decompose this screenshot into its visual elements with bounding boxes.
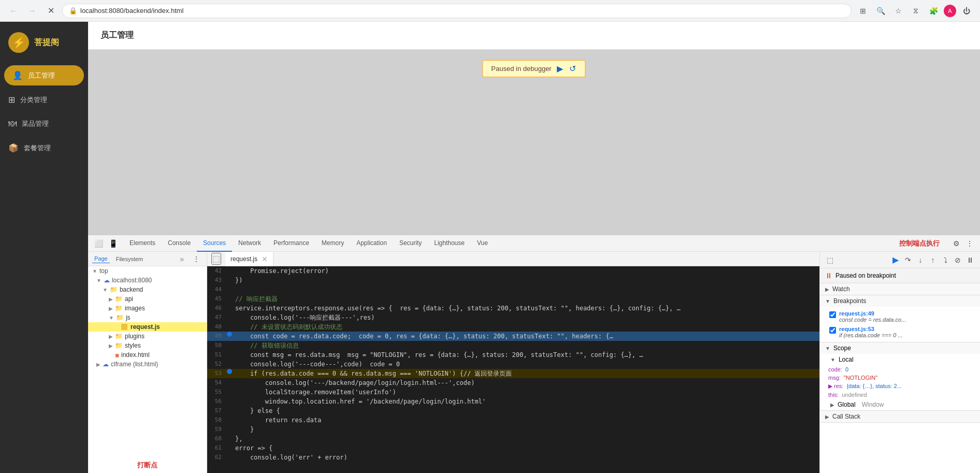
code-line-50[interactable]: 50 // 获取错误信息 [207, 341, 819, 350]
profile-icon[interactable]: ⧖ [909, 4, 923, 18]
search-icon[interactable]: 🔍 [873, 4, 888, 18]
step-out-button[interactable]: ↑ [927, 254, 939, 266]
scope-key-res: ▶ res: [828, 383, 843, 390]
code-line-58[interactable]: 58 return res.data [207, 415, 819, 425]
close-tab-icon[interactable]: ✕ [262, 255, 268, 263]
global-scope-label: Global [838, 401, 856, 408]
tab-sources[interactable]: Sources [197, 235, 232, 252]
file-tab-filesystem[interactable]: Filesystem [114, 255, 146, 263]
power-icon[interactable]: ⏻ [959, 4, 974, 18]
resume-button[interactable]: ▶ [556, 64, 564, 74]
tree-item-js[interactable]: ▼ 📁 js [88, 313, 207, 322]
code-line-59[interactable]: 59 } [207, 425, 819, 434]
tree-item-styles[interactable]: ▶ 📁 styles [88, 341, 207, 350]
tab-security[interactable]: Security [393, 235, 428, 252]
breakpoints-section-header[interactable]: ▼ Breakpoints [820, 295, 980, 307]
step-button2[interactable]: ⤵ [940, 254, 951, 266]
file-panel-menu-icon[interactable]: ⋮ [190, 253, 203, 265]
step-into-button[interactable]: ↓ [915, 254, 926, 266]
tree-item-api[interactable]: ▶ 📁 api [88, 294, 207, 304]
line-code-62: console.log('err' + error) [233, 453, 348, 462]
code-line-56[interactable]: 56 window.top.location.href = '/backend/… [207, 397, 819, 406]
code-line-51[interactable]: 51 const msg = res.data.msg msg = "NOTLO… [207, 350, 819, 360]
breakpoints-arrow-icon: ▼ [825, 298, 830, 304]
global-scope-header[interactable]: ▶ Global Window [820, 399, 980, 410]
tab-memory[interactable]: Memory [315, 235, 350, 252]
tab-network[interactable]: Network [232, 235, 267, 252]
code-line-60[interactable]: 60}, [207, 434, 819, 443]
tree-item-localhost[interactable]: ▼ ☁ localhost:8080 [88, 276, 207, 285]
watch-section-header[interactable]: ▶ Watch [820, 283, 980, 295]
code-line-62[interactable]: 62 console.log('err' + error) [207, 453, 819, 462]
browser-chrome: ← → ✕ 🔒 localhost:8080/backend/index.htm… [0, 0, 980, 22]
tree-item-index-html[interactable]: ▶ ◼ index.html [88, 350, 207, 360]
device-icon[interactable]: 📱 [107, 237, 119, 250]
address-bar: 🔒 localhost:8080/backend/index.html [62, 4, 852, 18]
more-icon[interactable]: ⋮ [963, 237, 976, 250]
bp-checkbox-0[interactable] [829, 311, 836, 318]
code-tab-label: request.js [230, 255, 257, 263]
local-scope-header[interactable]: ▼ Local [820, 354, 980, 365]
step-button[interactable]: ↺ [568, 64, 577, 74]
code-line-61[interactable]: 61error => { [207, 443, 819, 453]
sidebar-toggle-icon[interactable]: ⬚ [211, 253, 221, 265]
tab-console[interactable]: Console [162, 235, 197, 252]
code-line-52[interactable]: 52 console.log('---code---',code) code =… [207, 360, 819, 369]
sidebar-item-packages[interactable]: 📦 套餐管理 [0, 136, 88, 160]
step-over-button[interactable]: ↷ [902, 254, 914, 266]
line-bp-53[interactable] [226, 369, 233, 374]
code-line-43[interactable]: 43}) [207, 276, 819, 285]
tab-performance[interactable]: Performance [267, 235, 315, 252]
bookmark-icon[interactable]: ☆ [891, 4, 905, 18]
tree-item-clframe[interactable]: ▶ ☁ clframe (list.html) [88, 360, 207, 369]
pause-exceptions-icon[interactable]: ⏸ [964, 254, 976, 266]
code-line-47[interactable]: 47 console.log('---响应拦截器---',res) [207, 313, 819, 322]
bp-checkbox-1[interactable] [829, 327, 836, 334]
tree-item-images[interactable]: ▶ 📁 images [88, 304, 207, 313]
scope-section-header[interactable]: ▼ Scope [820, 342, 980, 354]
sidebar-item-dishes[interactable]: 🍽 菜品管理 [0, 112, 88, 136]
tree-item-backend[interactable]: ▼ 📁 backend [88, 285, 207, 294]
back-button[interactable]: ← [6, 4, 21, 18]
tab-lighthouse[interactable]: Lighthouse [428, 235, 471, 252]
tab-elements[interactable]: Elements [123, 235, 162, 252]
code-area[interactable]: 42 Promise.reject(error)43})4445// 响应拦截器… [207, 266, 819, 473]
inspect-icon[interactable]: ⬜ [92, 237, 105, 250]
global-arrow-icon: ▶ [830, 402, 834, 408]
file-tab-page[interactable]: Page [92, 254, 110, 263]
call-stack-header[interactable]: ▶ Call Stack [820, 411, 980, 422]
code-line-44[interactable]: 44 [207, 285, 819, 294]
extensions-icon[interactable]: 🧩 [926, 4, 941, 18]
scope-val-msg: "NOTLOGIN" [844, 375, 877, 381]
code-line-48[interactable]: 48 // 未设置状态码则默认成功状态 [207, 322, 819, 332]
reload-button[interactable]: ✕ [44, 4, 58, 18]
translate-icon[interactable]: ⊞ [856, 4, 870, 18]
line-code-56: window.top.location.href = '/backend/pag… [233, 397, 486, 406]
tree-item-top[interactable]: ▼ top [88, 266, 207, 276]
code-line-46[interactable]: 46service.interceptors.response.use(res … [207, 304, 819, 313]
code-tab-request-js[interactable]: request.js ✕ [225, 252, 273, 266]
tree-item-plugins[interactable]: ▶ 📁 plugins [88, 332, 207, 341]
forward-button[interactable]: → [25, 4, 39, 18]
deactivate-breakpoints-icon[interactable]: ⊘ [952, 254, 963, 266]
resume-execution-button[interactable]: ▶ [890, 254, 901, 266]
code-line-49[interactable]: 49 const code = res.data.code; code = 0,… [207, 332, 819, 341]
sidebar-item-category[interactable]: ⊞ 分类管理 [0, 88, 88, 112]
code-line-45[interactable]: 45// 响应拦截器 [207, 294, 819, 304]
line-bp-49[interactable] [226, 332, 233, 337]
collapse-all-icon[interactable]: ⬚ [824, 254, 835, 266]
code-line-54[interactable]: 54 console.log('---/backend/page/login/l… [207, 378, 819, 388]
line-number-57: 57 [207, 406, 226, 415]
sidebar-item-employee[interactable]: 👤 员工管理 [4, 65, 84, 85]
code-line-57[interactable]: 57 } else { [207, 406, 819, 415]
settings-icon[interactable]: ⚙ [950, 237, 962, 250]
tree-item-request-js[interactable]: ▶ request.js [88, 322, 207, 332]
scope-val-code: 0 [845, 366, 848, 372]
tab-application[interactable]: Application [350, 235, 393, 252]
code-line-53[interactable]: 53 if (res.data.code === 0 && res.data.m… [207, 369, 819, 378]
code-line-42[interactable]: 42 Promise.reject(error) [207, 266, 819, 276]
code-panel: ⬚ request.js ✕ 42 Promise.reject(error)4… [207, 252, 819, 473]
tab-vue[interactable]: Vue [471, 235, 494, 252]
code-line-55[interactable]: 55 localStorage.removeItem('userInfo') [207, 388, 819, 397]
file-tab-more-icon[interactable]: » [180, 255, 184, 263]
